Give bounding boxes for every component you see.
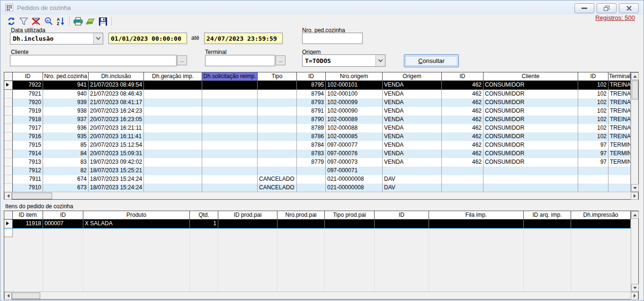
table-row[interactable]: 791793620/07/2023 16:21:118789102-000088… bbox=[4, 124, 638, 133]
grid-body: 792294121/07/2023 08:49:548795102-000101… bbox=[4, 81, 638, 192]
table-row[interactable]: 791993820/07/2023 16:24:238791102-000090… bbox=[4, 107, 638, 115]
scrollbar-track[interactable] bbox=[40, 292, 631, 299]
column-header[interactable]: ID bbox=[375, 211, 429, 220]
cliente-input[interactable] bbox=[10, 55, 177, 66]
nro-ped-cozinha-input[interactable] bbox=[302, 33, 363, 44]
column-header[interactable]: Nro.origem bbox=[326, 72, 383, 81]
clear-filter-button[interactable] bbox=[30, 16, 42, 27]
date-to-input[interactable] bbox=[204, 33, 283, 44]
cell bbox=[144, 90, 202, 98]
table-row[interactable]: 792194021/07/2023 08:46:438794102-000100… bbox=[4, 90, 638, 98]
scroll-left-button[interactable] bbox=[4, 292, 12, 300]
terminal-label: Terminal bbox=[205, 49, 226, 55]
scroll-up-button[interactable] bbox=[631, 211, 639, 219]
cell: 20/07/2023 15:12:54 bbox=[89, 141, 144, 150]
column-header[interactable]: Terminal bbox=[608, 72, 631, 81]
row-indicator-cell bbox=[4, 81, 13, 89]
column-header[interactable]: Fila imp. bbox=[429, 211, 524, 220]
cell bbox=[578, 184, 608, 192]
find-button[interactable]: n bbox=[42, 16, 54, 27]
cell: TERMINA bbox=[608, 141, 631, 150]
scroll-left-button[interactable] bbox=[4, 192, 12, 200]
cell bbox=[144, 133, 202, 141]
table-row[interactable]: 791893720/07/2023 16:23:058790102-000089… bbox=[4, 115, 638, 124]
column-header[interactable]: ID bbox=[13, 72, 43, 81]
restore-button[interactable] bbox=[597, 3, 617, 13]
column-header[interactable]: Dh.solicitação reimp. bbox=[202, 72, 258, 81]
table-row[interactable]: 79158520/07/2023 15:12:548784097-000077V… bbox=[4, 141, 638, 150]
date-from-input[interactable] bbox=[108, 33, 187, 44]
table-row[interactable]: 79138319/07/2023 09:42:028779097-000073V… bbox=[4, 158, 638, 167]
vertical-scrollbar[interactable] bbox=[631, 72, 638, 192]
scrollbar-track[interactable] bbox=[52, 192, 631, 199]
eraser-button[interactable] bbox=[84, 16, 97, 27]
column-header[interactable]: ID bbox=[297, 72, 326, 81]
table-row[interactable]: 792294121/07/2023 08:49:548795102-000101… bbox=[4, 81, 638, 90]
print-button[interactable] bbox=[72, 16, 84, 27]
orders-grid: IDNro. ped.cozinhaDh.inclusãoDh.geração … bbox=[4, 72, 639, 200]
vertical-scrollbar[interactable] bbox=[631, 211, 638, 292]
scroll-up-button[interactable] bbox=[631, 72, 639, 80]
filter-button[interactable] bbox=[18, 16, 30, 27]
horizontal-scrollbar[interactable] bbox=[4, 192, 638, 199]
horizontal-scrollbar[interactable] bbox=[4, 292, 638, 299]
consultar-button[interactable]: Consultar bbox=[404, 54, 459, 67]
column-header[interactable]: Produto bbox=[83, 211, 190, 220]
scrollbar-thumb[interactable] bbox=[632, 80, 638, 99]
column-header[interactable]: Dh.impressão bbox=[571, 211, 631, 220]
column-header[interactable]: Qtd. bbox=[190, 211, 218, 220]
minimize-button[interactable] bbox=[574, 3, 594, 13]
column-header[interactable]: Dh.inclusão bbox=[89, 72, 144, 81]
column-header[interactable]: Nro.prod.pai bbox=[277, 211, 325, 220]
column-header[interactable]: ID arq. imp. bbox=[524, 211, 571, 220]
cell: 021-00000008 bbox=[326, 184, 383, 192]
cell: 82 bbox=[43, 167, 89, 175]
column-header[interactable]: ID bbox=[442, 72, 483, 81]
close-button[interactable] bbox=[619, 3, 639, 13]
cell: 8795 bbox=[297, 81, 326, 89]
cell bbox=[258, 98, 297, 107]
chevron-down-icon bbox=[96, 35, 101, 40]
cell: 7919 bbox=[13, 107, 43, 115]
scroll-right-button[interactable] bbox=[631, 192, 638, 200]
cliente-browse-button[interactable]: ... bbox=[177, 55, 187, 65]
refresh-button[interactable] bbox=[5, 16, 18, 27]
cell: 7920 bbox=[13, 98, 43, 107]
scroll-right-button[interactable] bbox=[631, 292, 638, 300]
table-row[interactable]: 792093921/07/2023 08:41:178793102-000099… bbox=[4, 98, 638, 107]
column-header[interactable]: ID bbox=[43, 211, 83, 220]
column-header[interactable]: Dh.geração imp. bbox=[144, 72, 202, 81]
save-button[interactable] bbox=[97, 16, 109, 27]
table-row[interactable]: 791067318/07/2023 15:24:24CANCELADO021-0… bbox=[4, 184, 638, 192]
origem-combobox[interactable]: T=TODOS bbox=[302, 54, 385, 67]
combo-dropdown-button[interactable] bbox=[376, 55, 385, 66]
scrollbar-thumb[interactable] bbox=[12, 292, 40, 299]
table-row[interactable]: 79148420/07/2023 15:09:318783097-000076V… bbox=[4, 150, 638, 158]
scroll-down-button[interactable] bbox=[631, 284, 639, 292]
column-header[interactable]: Origem bbox=[383, 72, 442, 81]
cell bbox=[608, 175, 631, 184]
registros-link[interactable]: Registros: 500 bbox=[595, 14, 635, 21]
table-row[interactable]: 79128218/07/2023 15:25:21097-000071 bbox=[4, 167, 638, 175]
column-header[interactable]: Tipo prod.pai bbox=[325, 211, 375, 220]
column-header[interactable]: Tipo bbox=[258, 72, 297, 81]
table-row[interactable]: 791167418/07/2023 15:24:24CANCELADO021-0… bbox=[4, 175, 638, 184]
terminal-browse-button[interactable]: ... bbox=[276, 55, 286, 65]
table-row[interactable]: 791693520/07/2023 16:11:418786102-000085… bbox=[4, 133, 638, 141]
cell bbox=[258, 133, 297, 141]
terminal-input[interactable] bbox=[205, 55, 275, 66]
column-header[interactable]: ID bbox=[578, 72, 608, 81]
combo-dropdown-button[interactable] bbox=[93, 33, 103, 44]
column-header[interactable]: ID item bbox=[13, 211, 43, 220]
data-utilizada-combobox[interactable]: Dh.inclusão bbox=[10, 33, 103, 44]
column-header[interactable]: ID prod.pai bbox=[218, 211, 277, 220]
column-header[interactable]: Nro. ped.cozinha bbox=[43, 72, 89, 81]
scrollbar-thumb[interactable] bbox=[12, 193, 52, 199]
ate-label: até bbox=[191, 35, 199, 41]
sort-az-button[interactable]: A Z bbox=[54, 16, 67, 27]
column-header[interactable]: Cliente bbox=[483, 72, 578, 81]
cell: 939 bbox=[43, 98, 89, 107]
cell: VENDA bbox=[383, 158, 442, 167]
table-row[interactable]: 11918000007X SALADA1 bbox=[4, 220, 638, 229]
scroll-down-button[interactable] bbox=[631, 184, 639, 192]
